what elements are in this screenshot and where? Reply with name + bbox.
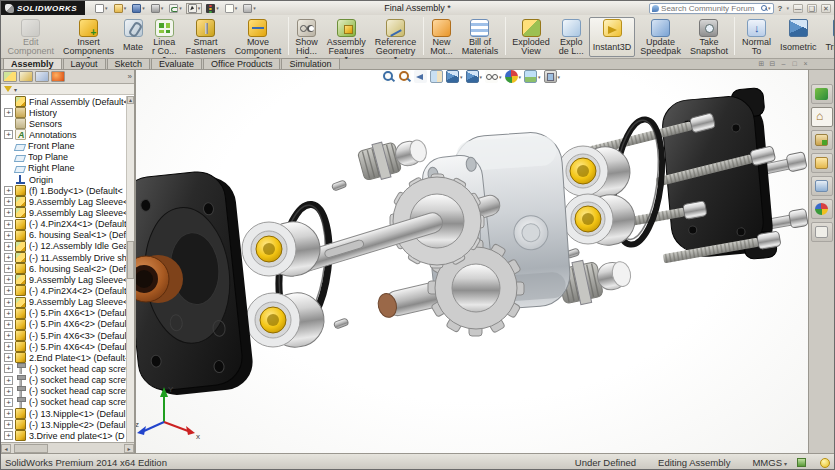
minimize-window-button[interactable]: – <box>779 59 788 68</box>
restore-window-button[interactable]: □ <box>790 59 799 68</box>
show-hidden-components-button[interactable]: ShowHid...▾ <box>291 17 322 57</box>
new-document-button[interactable]: ▾ <box>93 3 110 14</box>
expand-icon[interactable]: + <box>4 387 13 396</box>
apply-scene-button[interactable]: ▾ <box>524 70 541 83</box>
status-sheet-icon[interactable] <box>797 458 806 467</box>
expand-icon[interactable]: + <box>4 231 13 240</box>
update-speedpak-button[interactable]: UpdateSpeedpak <box>636 17 685 57</box>
dropdown-caret-icon[interactable]: ▾ <box>216 5 219 11</box>
expand-icon[interactable]: + <box>4 208 13 217</box>
tree-item[interactable]: +(-) 13.Nipple<2> (Defaul <box>1 419 134 430</box>
exploded-view-button[interactable]: ExplodedView <box>508 17 554 57</box>
tree-item[interactable]: +(-) socket head cap screw <box>1 386 134 397</box>
dropdown-caret-icon[interactable]: ▾ <box>253 5 256 11</box>
tree-item[interactable]: +(-) 12.Assembly Idle Gea <box>1 241 134 252</box>
zoom-previous-button[interactable] <box>414 70 427 83</box>
tree-item[interactable]: +6. housing Seal<1> (Def <box>1 230 134 241</box>
tree-item[interactable]: +(-) socket head cap screw <box>1 397 134 408</box>
cascade-windows-button[interactable]: ⊞ <box>757 59 766 68</box>
expand-icon[interactable]: + <box>4 320 13 329</box>
tree-item[interactable]: +History <box>1 107 134 118</box>
rebuild-traffic-light-button[interactable]: ▾ <box>204 3 221 14</box>
propertymanager-tab[interactable] <box>19 71 33 82</box>
dowel-pin[interactable] <box>331 180 347 191</box>
bill-of-materials-button[interactable]: Bill ofMaterials <box>458 17 503 57</box>
expand-icon[interactable]: + <box>4 286 13 295</box>
solidworks-resources-button[interactable] <box>811 84 833 104</box>
appearances-scenes-button[interactable] <box>811 199 833 219</box>
reference-geometry-button[interactable]: ReferenceGeometry▾ <box>371 17 421 57</box>
configurationmanager-tab[interactable] <box>35 71 49 82</box>
expand-icon[interactable]: + <box>4 242 13 251</box>
tree-item[interactable]: +(-) 4.Pin2X4<2> (Default <box>1 285 134 296</box>
dropdown-caret-icon[interactable]: ▾ <box>142 5 145 11</box>
view-orientation-button[interactable]: ▾ <box>446 70 463 83</box>
print-button[interactable]: ▾ <box>149 3 166 14</box>
tree-item[interactable]: +3.Drive end plate<1> (D <box>1 430 134 441</box>
dropdown-caret-icon[interactable]: ▾ <box>558 74 561 80</box>
design-library-button[interactable] <box>811 130 833 150</box>
tab-office-products[interactable]: Office Products <box>203 58 280 69</box>
tree-item[interactable]: +(-) 5.Pin 4X6<3> (Defaul <box>1 330 134 341</box>
minimize-button[interactable]: — <box>793 4 803 13</box>
move-component-button[interactable]: MoveComponent▾ <box>231 17 286 57</box>
expand-icon[interactable]: + <box>4 298 13 307</box>
tab-evaluate[interactable]: Evaluate <box>151 58 202 69</box>
mate-button[interactable]: Mate <box>119 17 147 57</box>
scroll-left-icon[interactable]: ◂ <box>1 444 11 453</box>
search-input[interactable] <box>661 4 761 13</box>
linear-component-pattern-button[interactable]: Linear Co...▾ <box>148 17 181 57</box>
hide-show-items-button[interactable]: ▾ <box>485 70 502 83</box>
expand-icon[interactable]: + <box>4 398 13 407</box>
expand-icon[interactable]: + <box>4 342 13 351</box>
zoom-area-button[interactable] <box>398 70 411 83</box>
search-icon[interactable] <box>761 5 768 12</box>
dowel-pin[interactable] <box>333 318 349 329</box>
tree-item[interactable]: Front Plane <box>1 141 134 152</box>
expand-icon[interactable]: + <box>4 364 13 373</box>
expand-icon[interactable]: + <box>4 264 13 273</box>
graphics-area[interactable]: ▾▾▾▾▾▾ <box>136 70 808 453</box>
home-button[interactable] <box>811 107 833 127</box>
expand-icon[interactable]: + <box>4 420 13 429</box>
featuremanager-tree-tab[interactable] <box>3 71 17 82</box>
dropdown-caret-icon[interactable]: ▾ <box>460 74 463 80</box>
tab-sketch[interactable]: Sketch <box>107 58 151 69</box>
close-button[interactable]: ✕ <box>821 4 831 13</box>
open-button[interactable]: ▾ <box>112 3 129 14</box>
tree-item[interactable]: +(-) 11.Assembly Drive sh <box>1 252 134 263</box>
smart-fasteners-button[interactable]: SmartFasteners <box>182 17 230 57</box>
pane-tabs-overflow[interactable]: » <box>128 72 132 81</box>
dropdown-caret-icon[interactable]: ▾ <box>499 74 502 80</box>
tree-item[interactable]: +6. housing Seal<2> (Def <box>1 263 134 274</box>
new-motion-study-button[interactable]: NewMot... <box>426 17 457 57</box>
help-button[interactable]: ? <box>778 4 783 13</box>
scroll-thumb[interactable] <box>14 444 48 453</box>
tree-item[interactable]: +(-) socket head cap screw <box>1 363 134 374</box>
expand-icon[interactable]: + <box>4 108 13 117</box>
tree-horizontal-scrollbar[interactable]: ◂ ▸ <box>1 442 134 453</box>
scroll-thumb[interactable] <box>127 241 134 279</box>
tree-item[interactable]: +(-) 5.Pin 4X6<4> (Defaul <box>1 341 134 352</box>
tree-item[interactable]: +(-) socket head cap screw <box>1 375 134 386</box>
lag-sleeve-pair-rear[interactable] <box>558 144 638 249</box>
dropdown-caret-icon[interactable]: ▾ <box>235 5 238 11</box>
nipple-fitting-upper[interactable] <box>357 131 431 183</box>
view-palette-button[interactable] <box>811 176 833 196</box>
file-explorer-button[interactable] <box>811 153 833 173</box>
expand-icon[interactable]: + <box>4 275 13 284</box>
zoom-fit-button[interactable] <box>382 70 395 83</box>
expand-icon[interactable]: + <box>4 220 13 229</box>
dropdown-caret-icon[interactable]: ▾ <box>519 74 522 80</box>
tree-vertical-scrollbar[interactable]: ▲ <box>126 96 134 442</box>
expand-icon[interactable]: + <box>4 197 13 206</box>
tree-item[interactable]: +Annotations <box>1 129 134 140</box>
explode-line-sketch-button[interactable]: Explode L... <box>555 17 588 57</box>
tree-item[interactable]: +(-) 5.Pin 4X6<1> (Defaul <box>1 308 134 319</box>
expand-icon[interactable]: + <box>4 331 13 340</box>
dropdown-caret-icon[interactable]: ▾ <box>480 74 483 80</box>
assembly-features-button[interactable]: AssemblyFeatures▾ <box>323 17 370 57</box>
restore-button[interactable]: ❑ <box>807 4 817 13</box>
scroll-right-icon[interactable]: ▸ <box>124 444 134 453</box>
save-button[interactable]: ▾ <box>130 3 147 14</box>
